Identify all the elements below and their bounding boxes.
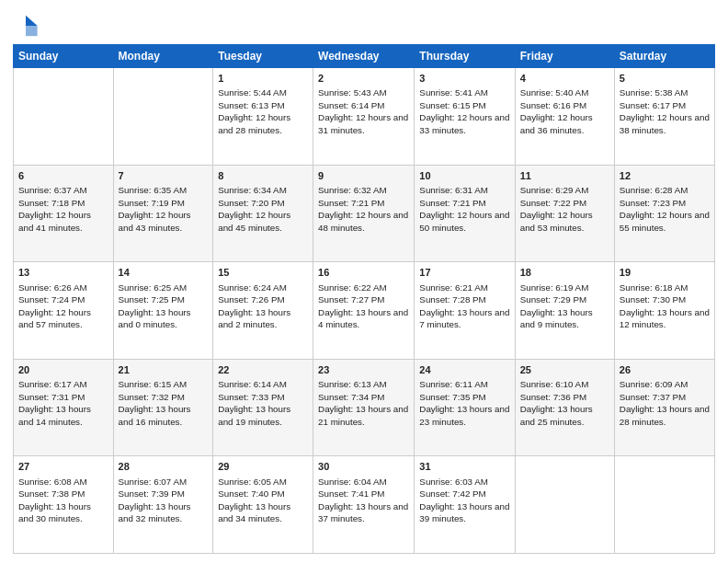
day-info: Sunrise: 6:11 AM Sunset: 7:35 PM Dayligh… xyxy=(419,378,509,428)
day-info: Sunrise: 6:18 AM Sunset: 7:30 PM Dayligh… xyxy=(620,282,710,331)
day-info: Sunrise: 6:17 AM Sunset: 7:31 PM Dayligh… xyxy=(18,378,108,428)
day-info: Sunrise: 6:15 AM Sunset: 7:32 PM Dayligh… xyxy=(119,378,209,428)
calendar-week-4: 27Sunrise: 6:08 AM Sunset: 7:38 PM Dayli… xyxy=(14,456,715,554)
calendar-cell xyxy=(614,456,714,554)
day-number: 9 xyxy=(318,169,409,183)
calendar-week-0: 1Sunrise: 5:44 AM Sunset: 6:13 PM Daylig… xyxy=(14,68,715,166)
calendar-cell xyxy=(113,68,213,166)
day-info: Sunrise: 6:19 AM Sunset: 7:29 PM Dayligh… xyxy=(520,282,609,331)
calendar-cell: 21Sunrise: 6:15 AM Sunset: 7:32 PM Dayli… xyxy=(113,359,213,456)
day-number: 11 xyxy=(520,169,609,183)
header xyxy=(13,9,715,39)
page: SundayMondayTuesdayWednesdayThursdayFrid… xyxy=(0,0,728,563)
day-info: Sunrise: 6:31 AM Sunset: 7:21 PM Dayligh… xyxy=(419,184,509,234)
day-number: 30 xyxy=(318,460,409,474)
weekday-header-tuesday: Tuesday xyxy=(213,45,313,68)
day-info: Sunrise: 6:04 AM Sunset: 7:41 PM Dayligh… xyxy=(318,476,409,525)
calendar-cell: 23Sunrise: 6:13 AM Sunset: 7:34 PM Dayli… xyxy=(313,359,415,456)
day-number: 13 xyxy=(18,266,108,280)
calendar-week-2: 13Sunrise: 6:26 AM Sunset: 7:24 PM Dayli… xyxy=(14,262,715,360)
calendar-cell: 24Sunrise: 6:11 AM Sunset: 7:35 PM Dayli… xyxy=(415,359,515,456)
day-number: 4 xyxy=(520,72,609,86)
day-info: Sunrise: 6:35 AM Sunset: 7:19 PM Dayligh… xyxy=(119,184,209,234)
calendar-cell: 4Sunrise: 5:40 AM Sunset: 6:16 PM Daylig… xyxy=(515,68,614,166)
weekday-header-thursday: Thursday xyxy=(415,45,515,68)
calendar-cell: 30Sunrise: 6:04 AM Sunset: 7:41 PM Dayli… xyxy=(313,456,415,554)
calendar-cell: 6Sunrise: 6:37 AM Sunset: 7:18 PM Daylig… xyxy=(14,165,114,262)
weekday-header-wednesday: Wednesday xyxy=(313,45,415,68)
day-info: Sunrise: 6:32 AM Sunset: 7:21 PM Dayligh… xyxy=(318,184,409,234)
day-number: 8 xyxy=(218,169,308,183)
calendar-cell: 25Sunrise: 6:10 AM Sunset: 7:36 PM Dayli… xyxy=(515,359,614,456)
weekday-header-monday: Monday xyxy=(113,45,213,68)
day-number: 10 xyxy=(419,169,509,183)
day-number: 28 xyxy=(119,460,209,474)
day-info: Sunrise: 6:21 AM Sunset: 7:28 PM Dayligh… xyxy=(419,282,509,331)
day-number: 31 xyxy=(419,460,509,474)
calendar-cell: 26Sunrise: 6:09 AM Sunset: 7:37 PM Dayli… xyxy=(614,359,714,456)
day-info: Sunrise: 6:10 AM Sunset: 7:36 PM Dayligh… xyxy=(520,378,609,428)
svg-marker-2 xyxy=(26,26,38,36)
day-number: 19 xyxy=(620,266,710,280)
day-number: 7 xyxy=(119,169,209,183)
day-number: 2 xyxy=(318,72,409,86)
calendar-cell: 1Sunrise: 5:44 AM Sunset: 6:13 PM Daylig… xyxy=(213,68,313,166)
day-number: 15 xyxy=(218,266,308,280)
day-number: 22 xyxy=(218,363,308,377)
day-info: Sunrise: 6:08 AM Sunset: 7:38 PM Dayligh… xyxy=(18,476,108,525)
day-number: 27 xyxy=(18,460,108,474)
day-info: Sunrise: 6:13 AM Sunset: 7:34 PM Dayligh… xyxy=(318,378,409,428)
calendar-table: SundayMondayTuesdayWednesdayThursdayFrid… xyxy=(13,44,715,554)
calendar-cell: 28Sunrise: 6:07 AM Sunset: 7:39 PM Dayli… xyxy=(113,456,213,554)
weekday-header-sunday: Sunday xyxy=(14,45,114,68)
day-info: Sunrise: 5:38 AM Sunset: 6:17 PM Dayligh… xyxy=(620,86,710,136)
calendar-cell: 27Sunrise: 6:08 AM Sunset: 7:38 PM Dayli… xyxy=(14,456,114,554)
day-info: Sunrise: 6:09 AM Sunset: 7:37 PM Dayligh… xyxy=(620,378,710,428)
day-number: 23 xyxy=(318,363,409,377)
day-info: Sunrise: 6:05 AM Sunset: 7:40 PM Dayligh… xyxy=(218,476,308,525)
day-number: 6 xyxy=(18,169,108,183)
calendar-week-1: 6Sunrise: 6:37 AM Sunset: 7:18 PM Daylig… xyxy=(14,165,715,262)
day-info: Sunrise: 6:03 AM Sunset: 7:42 PM Dayligh… xyxy=(419,476,509,525)
day-info: Sunrise: 6:25 AM Sunset: 7:25 PM Dayligh… xyxy=(119,282,209,331)
day-number: 26 xyxy=(620,363,710,377)
logo xyxy=(13,13,42,39)
day-number: 17 xyxy=(419,266,509,280)
day-number: 25 xyxy=(520,363,609,377)
calendar-cell: 20Sunrise: 6:17 AM Sunset: 7:31 PM Dayli… xyxy=(14,359,114,456)
day-info: Sunrise: 6:22 AM Sunset: 7:27 PM Dayligh… xyxy=(318,282,409,331)
day-number: 5 xyxy=(620,72,710,86)
calendar-cell: 7Sunrise: 6:35 AM Sunset: 7:19 PM Daylig… xyxy=(113,165,213,262)
day-info: Sunrise: 5:43 AM Sunset: 6:14 PM Dayligh… xyxy=(318,86,409,136)
calendar-cell: 9Sunrise: 6:32 AM Sunset: 7:21 PM Daylig… xyxy=(313,165,415,262)
calendar-cell: 18Sunrise: 6:19 AM Sunset: 7:29 PM Dayli… xyxy=(515,262,614,360)
calendar-cell xyxy=(515,456,614,554)
day-info: Sunrise: 6:28 AM Sunset: 7:23 PM Dayligh… xyxy=(620,184,710,234)
day-info: Sunrise: 5:41 AM Sunset: 6:15 PM Dayligh… xyxy=(419,86,509,136)
calendar-cell: 17Sunrise: 6:21 AM Sunset: 7:28 PM Dayli… xyxy=(415,262,515,360)
weekday-header-saturday: Saturday xyxy=(614,45,714,68)
day-info: Sunrise: 6:07 AM Sunset: 7:39 PM Dayligh… xyxy=(119,476,209,525)
day-number: 3 xyxy=(419,72,509,86)
calendar-cell: 8Sunrise: 6:34 AM Sunset: 7:20 PM Daylig… xyxy=(213,165,313,262)
day-number: 20 xyxy=(18,363,108,377)
calendar-cell: 2Sunrise: 5:43 AM Sunset: 6:14 PM Daylig… xyxy=(313,68,415,166)
weekday-header-row: SundayMondayTuesdayWednesdayThursdayFrid… xyxy=(14,45,715,68)
day-info: Sunrise: 5:44 AM Sunset: 6:13 PM Dayligh… xyxy=(218,86,308,136)
calendar-cell: 12Sunrise: 6:28 AM Sunset: 7:23 PM Dayli… xyxy=(614,165,714,262)
svg-rect-3 xyxy=(13,13,25,39)
day-info: Sunrise: 6:26 AM Sunset: 7:24 PM Dayligh… xyxy=(18,282,108,331)
calendar-cell: 14Sunrise: 6:25 AM Sunset: 7:25 PM Dayli… xyxy=(113,262,213,360)
calendar-cell: 11Sunrise: 6:29 AM Sunset: 7:22 PM Dayli… xyxy=(515,165,614,262)
calendar-cell: 22Sunrise: 6:14 AM Sunset: 7:33 PM Dayli… xyxy=(213,359,313,456)
calendar-cell: 19Sunrise: 6:18 AM Sunset: 7:30 PM Dayli… xyxy=(614,262,714,360)
calendar-cell: 10Sunrise: 6:31 AM Sunset: 7:21 PM Dayli… xyxy=(415,165,515,262)
day-info: Sunrise: 6:37 AM Sunset: 7:18 PM Dayligh… xyxy=(18,184,108,234)
calendar-week-3: 20Sunrise: 6:17 AM Sunset: 7:31 PM Dayli… xyxy=(14,359,715,456)
day-info: Sunrise: 6:29 AM Sunset: 7:22 PM Dayligh… xyxy=(520,184,609,234)
calendar-cell: 13Sunrise: 6:26 AM Sunset: 7:24 PM Dayli… xyxy=(14,262,114,360)
day-number: 24 xyxy=(419,363,509,377)
day-info: Sunrise: 5:40 AM Sunset: 6:16 PM Dayligh… xyxy=(520,86,609,136)
day-info: Sunrise: 6:24 AM Sunset: 7:26 PM Dayligh… xyxy=(218,282,308,331)
day-number: 16 xyxy=(318,266,409,280)
